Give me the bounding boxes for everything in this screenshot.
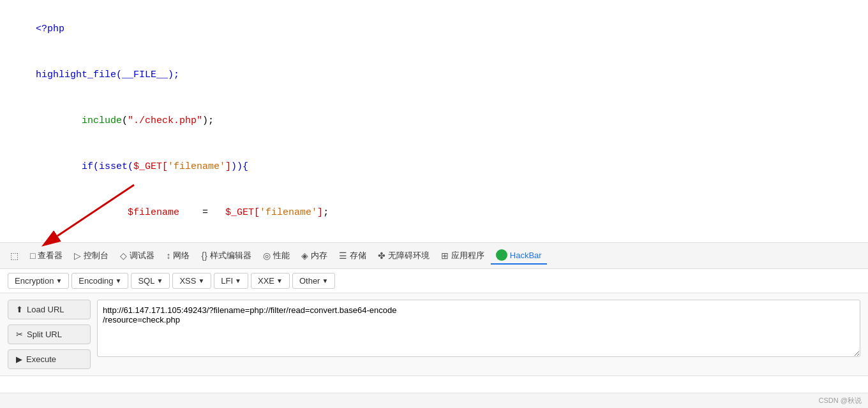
code-text: 'filename' <box>260 207 317 218</box>
xss-arrow-icon: ▼ <box>198 277 204 284</box>
devtools-storage-label: 存储 <box>350 250 366 261</box>
code-text: $filename <box>128 207 179 218</box>
code-text: highlight_file(__FILE__); <box>36 69 179 80</box>
code-line-5: $filename = $_GET['filename']; <box>13 190 855 236</box>
execute-icon: ▶ <box>16 354 22 364</box>
code-text: ( <box>122 115 128 126</box>
code-text: ] <box>225 161 231 172</box>
memory-icon: ◈ <box>301 251 308 261</box>
code-line-2: highlight_file(__FILE__); <box>13 52 855 98</box>
style-editor-icon: {} <box>201 251 207 261</box>
devtools-network-label: 网络 <box>173 250 190 261</box>
bottom-bar: CSDN @秋说 <box>0 393 868 408</box>
encryption-arrow-icon: ▼ <box>56 277 62 284</box>
hackbar-menu: Encryption ▼ Encoding ▼ SQL ▼ XSS ▼ LFI … <box>0 269 868 293</box>
load-url-icon: ⬆ <box>16 305 23 314</box>
load-url-btn[interactable]: ⬆ Load URL <box>8 300 91 319</box>
devtools-viewer[interactable]: □ 查看器 <box>25 247 68 264</box>
code-text: 'filename' <box>168 161 225 172</box>
devtools-accessibility-label: 无障碍环境 <box>388 250 430 261</box>
devtools-memory[interactable]: ◈ 内存 <box>296 247 333 264</box>
code-line-4: if(isset($_GET['filename'])){ <box>13 144 855 190</box>
url-input[interactable] <box>97 300 860 357</box>
code-text: )){ <box>231 161 248 172</box>
devtools-console-label: 控制台 <box>84 250 108 261</box>
devtools-storage[interactable]: ☰ 存储 <box>334 247 371 264</box>
split-url-btn[interactable]: ✂ Split URL <box>8 324 91 344</box>
hackbar-actions: ⬆ Load URL ✂ Split URL ▶ Execute <box>8 300 91 369</box>
credit-text: CSDN @秋说 <box>819 396 862 405</box>
code-line-6: include($filename); <box>13 236 855 242</box>
code-text <box>36 207 128 218</box>
hackbar-body: ⬆ Load URL ✂ Split URL ▶ Execute <box>0 293 868 375</box>
xxe-btn[interactable]: XXE ▼ <box>251 273 290 289</box>
hackbar-panel: Encryption ▼ Encoding ▼ SQL ▼ XSS ▼ LFI … <box>0 269 868 376</box>
devtools-performance-label: 性能 <box>273 250 290 261</box>
encryption-btn[interactable]: Encryption ▼ <box>8 273 69 289</box>
devtools-application[interactable]: ⊞ 应用程序 <box>436 247 490 264</box>
code-text: $_GET[ <box>225 207 260 218</box>
sql-btn[interactable]: SQL ▼ <box>131 273 170 289</box>
code-line-3: include("./check.php"); <box>13 98 855 144</box>
accessibility-icon: ✤ <box>378 251 385 261</box>
sql-arrow-icon: ▼ <box>156 277 163 284</box>
code-text: ; <box>323 207 329 218</box>
performance-icon: ◎ <box>263 251 271 261</box>
devtools-performance[interactable]: ◎ 性能 <box>258 247 295 264</box>
devtools-viewer-label: 查看器 <box>38 250 63 261</box>
xxe-arrow-icon: ▼ <box>276 277 283 284</box>
devtools-network[interactable]: ↕ 网络 <box>161 247 195 264</box>
devtools-debugger-label: 调试器 <box>130 250 154 261</box>
code-text: $_GET[ <box>133 161 168 172</box>
code-text <box>36 115 82 126</box>
code-area: <?php highlight_file(__FILE__); include(… <box>0 0 868 242</box>
console-icon: ▷ <box>74 251 81 261</box>
code-text: "./check.php" <box>128 115 202 126</box>
viewer-icon: □ <box>30 251 35 261</box>
lfi-arrow-icon: ▼ <box>235 277 241 284</box>
storage-icon: ☰ <box>339 251 347 261</box>
code-text: ); <box>202 115 214 126</box>
debugger-icon: ◇ <box>120 251 127 261</box>
split-url-icon: ✂ <box>16 330 23 339</box>
encoding-arrow-icon: ▼ <box>116 277 122 284</box>
code-text: <?php <box>36 24 64 34</box>
code-text: ] <box>317 207 323 218</box>
xss-btn[interactable]: XSS ▼ <box>172 273 211 289</box>
inspect-icon: ⬚ <box>10 251 19 261</box>
devtools-bar: ⬚ □ 查看器 ▷ 控制台 ◇ 调试器 ↕ 网络 {} 样式编辑器 ◎ 性能 ◈… <box>0 242 868 269</box>
devtools-inspect[interactable]: ⬚ <box>5 248 24 263</box>
devtools-hackbar-label: HackBar <box>510 251 542 260</box>
devtools-debugger[interactable]: ◇ 调试器 <box>115 247 160 264</box>
code-text <box>36 161 82 172</box>
code-text: include <box>82 115 122 126</box>
other-arrow-icon: ▼ <box>322 277 328 284</box>
other-btn[interactable]: Other ▼ <box>292 273 335 289</box>
code-text: if(isset( <box>82 161 133 172</box>
devtools-memory-label: 内存 <box>311 250 327 261</box>
devtools-application-label: 应用程序 <box>451 250 484 261</box>
devtools-console[interactable]: ▷ 控制台 <box>69 247 114 264</box>
network-icon: ↕ <box>166 251 170 261</box>
devtools-style-editor[interactable]: {} 样式编辑器 <box>196 247 256 264</box>
code-line-1: <?php <box>13 6 855 52</box>
hackbar-dot-icon <box>496 249 507 261</box>
encoding-btn[interactable]: Encoding ▼ <box>71 273 128 289</box>
devtools-accessibility[interactable]: ✤ 无障碍环境 <box>373 247 435 264</box>
devtools-style-editor-label: 样式编辑器 <box>210 250 251 261</box>
application-icon: ⊞ <box>441 251 449 261</box>
lfi-btn[interactable]: LFI ▼ <box>214 273 248 289</box>
code-text: = <box>179 207 225 218</box>
execute-btn[interactable]: ▶ Execute <box>8 349 91 369</box>
devtools-hackbar[interactable]: HackBar <box>491 247 547 265</box>
